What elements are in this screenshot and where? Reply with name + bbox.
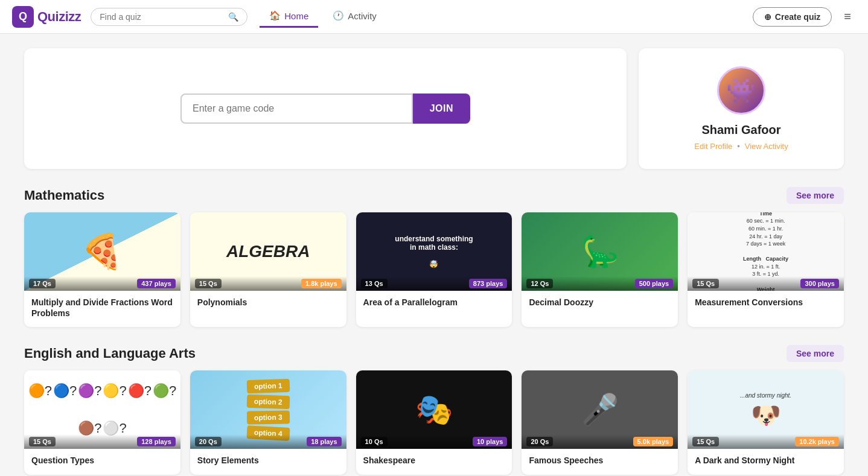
- quiz-card[interactable]: 🦕 12 Qs 500 plays Decimal Doozzy: [522, 212, 678, 327]
- quiz-card[interactable]: Time60 sec. = 1 min.60 min. = 1 hr.24 hr…: [688, 212, 844, 327]
- quiz-questions-count: 13 Qs: [361, 279, 388, 288]
- nav-links: 🏠 Home 🕐 Activity: [260, 5, 753, 28]
- nav-link-activity[interactable]: 🕐 Activity: [323, 5, 386, 28]
- quiz-info: Question Types: [24, 449, 180, 474]
- quiz-stats: 13 Qs 873 plays: [356, 276, 512, 291]
- quiz-title: A Dark and Stormy Night: [695, 455, 837, 466]
- quiz-card[interactable]: 🎭 10 Qs 10 plays Shakespeare: [356, 370, 512, 474]
- quiz-info: A Dark and Stormy Night: [688, 449, 844, 474]
- math-see-more-button[interactable]: See more: [787, 187, 844, 204]
- quiz-title: Polynomials: [197, 297, 339, 308]
- ela-see-more-button[interactable]: See more: [787, 345, 844, 362]
- quiz-info: Multiply and Divide Fractions Word Probl…: [24, 291, 180, 327]
- quiz-thumbnail: understand somethingin math class:🤯 13 Q…: [356, 212, 512, 291]
- quiz-title: Multiply and Divide Fractions Word Probl…: [31, 297, 173, 319]
- quiz-card[interactable]: ...and stormy night.🐶 15 Qs 10.2k plays …: [688, 370, 844, 474]
- quiz-questions-count: 15 Qs: [692, 279, 719, 288]
- menu-button[interactable]: ≡: [839, 7, 856, 26]
- top-section: JOIN 👾 Shami Gafoor Edit Profile • View …: [24, 48, 844, 169]
- view-activity-link[interactable]: View Activity: [745, 142, 788, 151]
- quiz-thumbnail: 🍕 17 Qs 437 plays: [24, 212, 180, 291]
- quiz-title: Shakespeare: [363, 455, 505, 466]
- quiz-title: Question Types: [31, 455, 173, 466]
- mathematics-section-header: Mathematics See more: [24, 187, 844, 204]
- quiz-stats: 20 Qs 5.0k plays: [522, 434, 678, 449]
- quiz-stats: 17 Qs 437 plays: [24, 276, 180, 291]
- ela-section: English and Language Arts See more 🟠?🔵?🟣…: [24, 345, 844, 474]
- quiz-thumbnail: ...and stormy night.🐶 15 Qs 10.2k plays: [688, 370, 844, 449]
- nav-right: ⊕ Create quiz ≡: [753, 7, 856, 27]
- join-button[interactable]: JOIN: [413, 94, 470, 124]
- quiz-info: Decimal Doozzy: [522, 291, 678, 316]
- quiz-stats: 15 Qs 300 plays: [688, 276, 844, 291]
- quiz-card[interactable]: 🎤 20 Qs 5.0k plays Famous Speeches: [522, 370, 678, 474]
- create-quiz-button[interactable]: ⊕ Create quiz: [753, 7, 832, 27]
- nav-link-home[interactable]: 🏠 Home: [260, 5, 318, 28]
- quiz-card[interactable]: 🟠?🔵?🟣?🟡?🔴?🟢?🟤?⚪? 15 Qs 128 plays Questio…: [24, 370, 180, 474]
- avatar: 👾: [717, 66, 765, 115]
- quiz-questions-count: 12 Qs: [526, 279, 553, 288]
- quiz-questions-count: 15 Qs: [692, 437, 719, 446]
- profile-links: Edit Profile • View Activity: [694, 142, 788, 151]
- quiz-thumbnail: 🦕 12 Qs 500 plays: [522, 212, 678, 291]
- quiz-stats: 12 Qs 500 plays: [522, 276, 678, 291]
- profile-card: 👾 Shami Gafoor Edit Profile • View Activ…: [639, 48, 844, 169]
- search-input[interactable]: [100, 12, 225, 22]
- home-icon: 🏠: [269, 10, 281, 21]
- quiz-stats: 15 Qs 1.8k plays: [190, 276, 346, 291]
- mathematics-title: Mathematics: [24, 188, 104, 203]
- quiz-plays-count: 437 plays: [137, 279, 176, 288]
- quiz-questions-count: 10 Qs: [361, 437, 388, 446]
- quiz-stats: 20 Qs 18 plays: [190, 434, 346, 449]
- quiz-info: Shakespeare: [356, 449, 512, 474]
- ela-quiz-grid: 🟠?🔵?🟣?🟡?🔴?🟢?🟤?⚪? 15 Qs 128 plays Questio…: [24, 370, 844, 474]
- logo-icon: Q: [12, 6, 34, 28]
- quiz-plays-count: 18 plays: [307, 437, 341, 446]
- ela-section-header: English and Language Arts See more: [24, 345, 844, 362]
- avatar-emoji: 👾: [726, 78, 756, 103]
- mathematics-section: Mathematics See more 🍕 17 Qs 437 plays M…: [24, 187, 844, 327]
- quiz-questions-count: 15 Qs: [195, 279, 222, 288]
- quiz-stats: 10 Qs 10 plays: [356, 434, 512, 449]
- game-code-input[interactable]: [180, 94, 413, 124]
- quiz-plays-count: 873 plays: [469, 279, 508, 288]
- quiz-info: Measurement Conversions: [688, 291, 844, 316]
- quiz-questions-count: 20 Qs: [195, 437, 222, 446]
- quiz-info: Famous Speeches: [522, 449, 678, 474]
- quiz-thumbnail: ALGEBRA 15 Qs 1.8k plays: [190, 212, 346, 291]
- quiz-plays-count: 10.2k plays: [795, 437, 839, 446]
- quiz-title: Decimal Doozzy: [529, 297, 671, 308]
- quiz-card[interactable]: understand somethingin math class:🤯 13 Q…: [356, 212, 512, 327]
- quiz-title: Story Elements: [197, 455, 339, 466]
- main-content: JOIN 👾 Shami Gafoor Edit Profile • View …: [0, 34, 868, 476]
- hamburger-icon: ≡: [844, 10, 851, 23]
- quiz-stats: 15 Qs 128 plays: [24, 434, 180, 449]
- quiz-plays-count: 128 plays: [137, 437, 176, 446]
- quiz-thumbnail: 🎤 20 Qs 5.0k plays: [522, 370, 678, 449]
- quiz-title: Measurement Conversions: [695, 297, 837, 308]
- quiz-questions-count: 15 Qs: [29, 437, 56, 446]
- quiz-card[interactable]: ALGEBRA 15 Qs 1.8k plays Polynomials: [190, 212, 346, 327]
- quiz-card[interactable]: 🍕 17 Qs 437 plays Multiply and Divide Fr…: [24, 212, 180, 327]
- quiz-thumbnail: option 1 option 2 option 3 option 4 20 Q…: [190, 370, 346, 449]
- quiz-title: Area of a Parallelogram: [363, 297, 505, 308]
- activity-label: Activity: [348, 11, 377, 21]
- game-code-form: JOIN: [180, 94, 470, 124]
- game-code-card: JOIN: [24, 48, 627, 169]
- quiz-info: Polynomials: [190, 291, 346, 316]
- quiz-thumbnail: 🎭 10 Qs 10 plays: [356, 370, 512, 449]
- quiz-questions-count: 20 Qs: [526, 437, 553, 446]
- quiz-stats: 15 Qs 10.2k plays: [688, 434, 844, 449]
- profile-name: Shami Gafoor: [701, 123, 780, 137]
- plus-icon: ⊕: [764, 12, 771, 22]
- quiz-plays-count: 500 plays: [635, 279, 674, 288]
- edit-profile-link[interactable]: Edit Profile: [694, 142, 732, 151]
- quiz-plays-count: 300 plays: [800, 279, 839, 288]
- create-quiz-label: Create quiz: [775, 12, 820, 22]
- logo[interactable]: Q Quizizz: [12, 6, 81, 28]
- quiz-card[interactable]: option 1 option 2 option 3 option 4 20 Q…: [190, 370, 346, 474]
- quiz-thumbnail: Time60 sec. = 1 min.60 min. = 1 hr.24 hr…: [688, 212, 844, 291]
- quiz-thumbnail: 🟠?🔵?🟣?🟡?🔴?🟢?🟤?⚪? 15 Qs 128 plays: [24, 370, 180, 449]
- quiz-plays-count: 10 plays: [473, 437, 507, 446]
- navbar: Q Quizizz 🔍 🏠 Home 🕐 Activity ⊕ Create q…: [0, 0, 868, 34]
